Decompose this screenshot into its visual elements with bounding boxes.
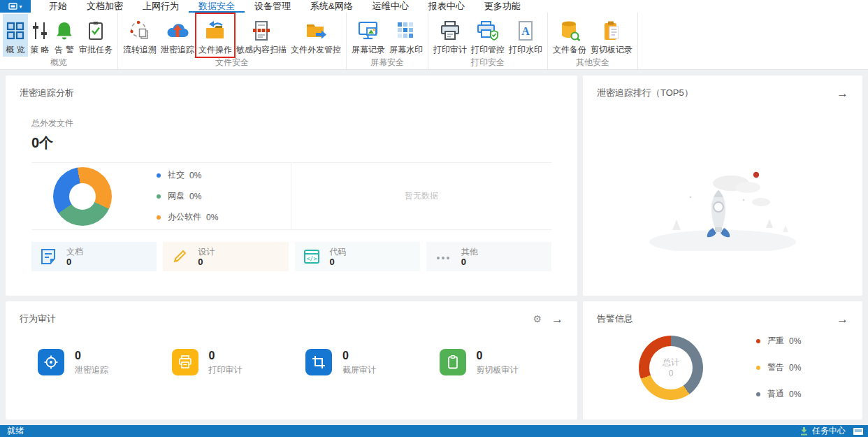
ribbon-item-label: 文件外发管控 [291,45,341,55]
caret-down-icon: ▾ [19,3,22,10]
legend-dot [756,392,760,396]
stat-clipboard-audit[interactable]: 0剪切板审计 [440,349,560,375]
legend-dot [756,366,760,370]
ribbon-item-clipboard-record[interactable]: 剪切板记录 [588,14,635,57]
ribbon-item-screen-record[interactable]: 屏幕记录 [349,14,387,57]
card-other[interactable]: 其他0 [426,242,551,271]
stat-leak-trace[interactable]: 0泄密追踪 [38,349,158,375]
legend-dot [157,173,161,178]
print-watermark-icon: A [515,16,536,45]
status-text: 就绪 [7,425,24,437]
tab-ops-center[interactable]: 运维中心 [363,0,419,13]
code-icon: </> [303,248,321,266]
leak-trace-icon [166,16,189,45]
monitor-tray-icon[interactable] [853,427,864,436]
ribbon-item-screen-watermark[interactable]: 屏幕水印 [387,14,425,57]
screen-record-icon [357,16,379,45]
ribbon-item-leak-trace[interactable]: 泄密追踪 [159,14,196,57]
leak-donut-chart [53,167,112,226]
arrow-right-icon[interactable]: → [837,87,848,99]
card-document[interactable]: 文档0 [31,242,157,271]
tab-device-mgmt[interactable]: 设备管理 [245,0,301,13]
card-code[interactable]: </> 代码0 [295,242,420,271]
ribbon-item-label: 敏感内容扫描 [236,45,287,55]
arrow-right-icon[interactable]: → [837,313,848,325]
panel-leak-analysis: 泄密追踪分析 总外发文件 0个 社交0% 网盘0% 办公软件0% 暂无数据 文档… [6,76,577,296]
stat-print-audit[interactable]: 0打印审计 [172,349,292,375]
ribbon-item-sensitive-scan[interactable]: 敏感内容扫描 [234,14,289,57]
panel-title: 告警信息 [597,313,633,325]
ribbon-item-label: 打印水印 [509,45,542,55]
tab-more[interactable]: 更多功能 [475,0,530,13]
more-dots-icon [434,248,452,266]
alert-chart-legend: 严重0% 警告0% 普通0% [756,335,801,400]
tab-system-network[interactable]: 系统&网络 [301,0,363,13]
legend-item: 严重0% [756,335,801,347]
overview-grid-icon [5,16,26,45]
legend-dot [756,339,760,343]
ribbon-item-print-watermark[interactable]: A 打印水印 [507,14,544,57]
tab-report-center[interactable]: 报表中心 [419,0,475,13]
legend-dot [157,194,161,199]
task-center-button[interactable]: 任务中心 [800,425,864,437]
ribbon-item-label: 剪切板记录 [591,45,632,55]
alert-bell-icon [54,16,75,45]
tab-start[interactable]: 开始 [39,0,77,13]
download-icon [800,427,808,436]
card-design[interactable]: 设计0 [163,242,288,271]
app-logo-button[interactable]: ▾ [0,0,31,13]
tab-bar: ▾ 开始 文档加密 上网行为 数据安全 设备管理 系统&网络 运维中心 报表中心… [0,0,868,13]
donut-hole [69,183,96,210]
ribbon-item-label: 文件备份 [553,45,586,55]
clipboard-badge-icon [440,349,466,375]
panel-title: 泄密追踪排行（TOP5） [597,87,693,99]
clipboard-record-icon [601,16,622,45]
print-control-icon [476,16,500,45]
leak-chart-row: 社交0% 网盘0% 办公软件0% 暂无数据 [31,162,551,230]
screen-watermark-icon [396,16,417,45]
stat-screenshot-audit[interactable]: 0截屏审计 [305,349,426,375]
ribbon-item-label: 屏幕水印 [389,45,423,55]
design-pencil-icon [171,248,189,266]
total-outgoing-value: 0个 [31,134,577,152]
total-outgoing-label: 总外发文件 [31,117,577,129]
panel-behavior-audit: 行为审计 ⚙ → 0泄密追踪 0打印审计 [6,301,577,420]
ribbon-group-screen-security: 屏幕记录 屏幕水印 屏幕安全 [347,13,428,69]
ribbon-item-file-backup[interactable]: 文件备份 [551,14,588,57]
ribbon-item-alerts[interactable]: 告 警 [52,14,77,57]
ribbon-item-policy[interactable]: 策 略 [28,14,52,57]
ribbon-item-file-outgoing[interactable]: 文件外发管控 [289,14,343,57]
tab-web-behavior[interactable]: 上网行为 [133,0,189,13]
ribbon-item-label: 告 警 [55,45,73,55]
ribbon-item-label: 策 略 [30,45,49,55]
leak-chart-legend: 社交0% 网盘0% 办公软件0% [157,169,218,223]
crop-icon [305,349,332,375]
legend-item: 普通0% [756,388,801,400]
legend-dot [157,215,161,220]
ribbon-item-approval-tasks[interactable]: 审批任务 [77,14,115,57]
document-icon [39,248,57,266]
arrow-right-icon[interactable]: → [551,313,563,325]
tab-data-security[interactable]: 数据安全 [189,0,245,13]
status-bar: 就绪 任务中心 [0,425,868,437]
ribbon-item-flow-trace[interactable]: 流转追溯 [121,14,159,57]
approval-tasks-icon [86,16,106,45]
file-backup-icon [558,16,581,45]
ribbon-group-file-security: 流转追溯 泄密追踪 文件操作 敏感内容扫描 [118,13,347,69]
ribbon-item-overview[interactable]: 概 览 [3,14,28,57]
ribbon-item-label: 文件操作 [198,45,232,55]
tab-doc-encrypt[interactable]: 文档加密 [77,0,133,13]
ribbon-item-label: 打印审计 [433,45,467,55]
ribbon: 概 览 策 略 告 警 审批任务 概览 [0,13,868,70]
ribbon-item-print-audit[interactable]: 打印审计 [431,14,469,57]
gear-icon[interactable]: ⚙ [533,314,542,324]
ribbon-item-print-control[interactable]: 打印管控 [469,14,507,57]
ribbon-group-caption: 文件安全 [121,57,343,69]
file-outgoing-icon [304,16,328,45]
ribbon-item-label: 概 览 [6,45,24,55]
legend-item: 网盘0% [157,190,218,202]
empty-state-illustration [583,164,862,251]
empty-data-text: 暂无数据 [291,163,551,229]
ribbon-item-file-operation[interactable]: 文件操作 [196,14,234,57]
legend-item: 办公软件0% [157,211,218,223]
